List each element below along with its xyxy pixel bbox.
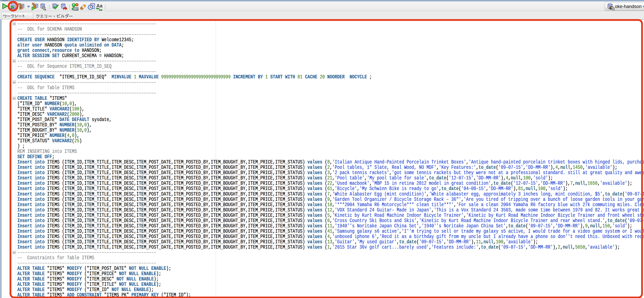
svg-text:Aa: Aa (96, 3, 102, 8)
svg-text:SQL: SQL (74, 8, 79, 10)
